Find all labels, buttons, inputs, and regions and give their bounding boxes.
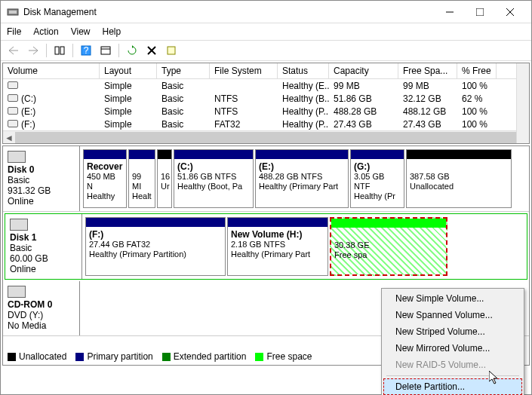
- partition[interactable]: 387.58 GBUnallocated: [406, 149, 512, 208]
- disk-state: No Media: [8, 320, 75, 331]
- partition[interactable]: 16Ur: [157, 149, 172, 208]
- svg-rect-14: [168, 47, 175, 54]
- partition[interactable]: 99 MIHealt: [128, 149, 155, 208]
- title-bar: Disk Management: [1, 1, 531, 23]
- svg-rect-10: [101, 47, 110, 54]
- show-hide-button[interactable]: [51, 42, 68, 59]
- partition[interactable]: New Volume (H:)2.18 GB NTFSHealthy (Prim…: [227, 217, 328, 276]
- disk-icon: [8, 151, 26, 163]
- settings-button[interactable]: [97, 42, 114, 59]
- legend-free: Free space: [266, 351, 312, 362]
- partition[interactable]: (G:)3.05 GB NTFHealthy (Pr: [350, 149, 404, 208]
- disk-name: CD-ROM 0: [8, 299, 75, 310]
- legend-primary: Primary partition: [87, 351, 152, 362]
- toolbar: ?: [1, 40, 531, 61]
- legend: Unallocated Primary partition Extended p…: [8, 351, 312, 362]
- app-icon: [7, 6, 19, 18]
- menu-new-raid5-volume: New RAID-5 Volume...: [383, 357, 522, 373]
- disk-type: Basic: [8, 175, 75, 185]
- disk-type: DVD (Y:): [8, 310, 75, 320]
- menu-help[interactable]: Help: [103, 26, 121, 37]
- partition[interactable]: 30.38 GEFree spa: [330, 217, 447, 276]
- svg-text:?: ?: [84, 45, 89, 56]
- menu-view[interactable]: View: [71, 26, 91, 37]
- col-status[interactable]: Status: [278, 63, 329, 78]
- col-fs[interactable]: File System: [210, 63, 278, 78]
- col-volume[interactable]: Volume: [3, 63, 100, 78]
- partition[interactable]: Recover450 MB NHealthy: [83, 149, 127, 208]
- disk-name: Disk 0: [8, 164, 75, 175]
- volume-row[interactable]: (C:)SimpleBasicNTFSHealthy (B...51.86 GB…: [3, 92, 529, 105]
- svg-rect-3: [476, 8, 484, 16]
- properties-button[interactable]: [163, 42, 180, 59]
- disk-row: Disk 1Basic60.00 GBOnline(F:)27.44 GB FA…: [5, 213, 527, 280]
- maximize-button[interactable]: [465, 2, 495, 23]
- partition[interactable]: (F:)27.44 GB FAT32Healthy (Primary Parti…: [85, 217, 226, 276]
- disk-state: Online: [8, 196, 75, 207]
- volume-row[interactable]: SimpleBasicHealthy (E...99 MB99 MB100 %: [3, 79, 529, 92]
- minimize-button[interactable]: [435, 2, 465, 23]
- partition[interactable]: (C:)51.86 GB NTFSHealthy (Boot, Pa: [174, 149, 254, 208]
- forward-button: [25, 42, 42, 59]
- col-layout[interactable]: Layout: [100, 63, 157, 78]
- disk-name: Disk 1: [10, 232, 77, 243]
- svg-rect-1: [9, 11, 17, 14]
- delete-icon[interactable]: [143, 42, 160, 59]
- menu-new-simple-volume[interactable]: New Simple Volume...: [383, 290, 522, 307]
- col-type[interactable]: Type: [157, 63, 210, 78]
- disk-size: 60.00 GB: [10, 253, 77, 264]
- svg-rect-6: [55, 47, 59, 54]
- menu-bar: File Action View Help: [1, 23, 531, 40]
- close-button[interactable]: [495, 2, 525, 23]
- menu-new-mirrored-volume[interactable]: New Mirrored Volume...: [383, 340, 522, 357]
- volume-row[interactable]: (E:)SimpleBasicNTFSHealthy (P...488.28 G…: [3, 105, 529, 118]
- context-menu: New Simple Volume... New Spanned Volume.…: [381, 288, 524, 395]
- disk-row: Disk 0Basic931.32 GBOnlineRecover450 MB …: [3, 146, 529, 212]
- col-pct[interactable]: % Free: [457, 63, 497, 78]
- menu-new-spanned-volume[interactable]: New Spanned Volume...: [383, 307, 522, 323]
- disk-icon: [8, 286, 26, 298]
- partition[interactable]: (E:)488.28 GB NTFSHealthy (Primary Part: [255, 149, 349, 208]
- disk-icon: [10, 219, 28, 231]
- col-capacity[interactable]: Capacity: [329, 63, 398, 78]
- legend-extended: Extended partition: [174, 351, 247, 362]
- disk-state: Online: [10, 264, 77, 274]
- disk-type: Basic: [10, 243, 77, 253]
- window-title: Disk Management: [23, 7, 435, 17]
- menu-new-striped-volume[interactable]: New Striped Volume...: [383, 323, 522, 340]
- help-button[interactable]: ?: [78, 42, 94, 59]
- svg-rect-7: [60, 47, 64, 54]
- legend-unallocated: Unallocated: [19, 351, 66, 362]
- menu-file[interactable]: File: [7, 26, 21, 37]
- menu-action[interactable]: Action: [33, 26, 58, 37]
- volume-row[interactable]: (F:)SimpleBasicFAT32Healthy (P...27.43 G…: [3, 118, 529, 130]
- back-button: [5, 42, 22, 59]
- volume-list: Volume Layout Type File System Status Ca…: [2, 63, 530, 144]
- menu-delete-partition[interactable]: Delete Partition...: [383, 378, 522, 395]
- vertical-scrollbar[interactable]: [516, 63, 529, 143]
- horizontal-scrollbar[interactable]: ◄►: [3, 130, 529, 143]
- col-free[interactable]: Free Spa...: [398, 63, 457, 78]
- disk-size: 931.32 GB: [8, 185, 75, 196]
- refresh-button[interactable]: [124, 42, 140, 59]
